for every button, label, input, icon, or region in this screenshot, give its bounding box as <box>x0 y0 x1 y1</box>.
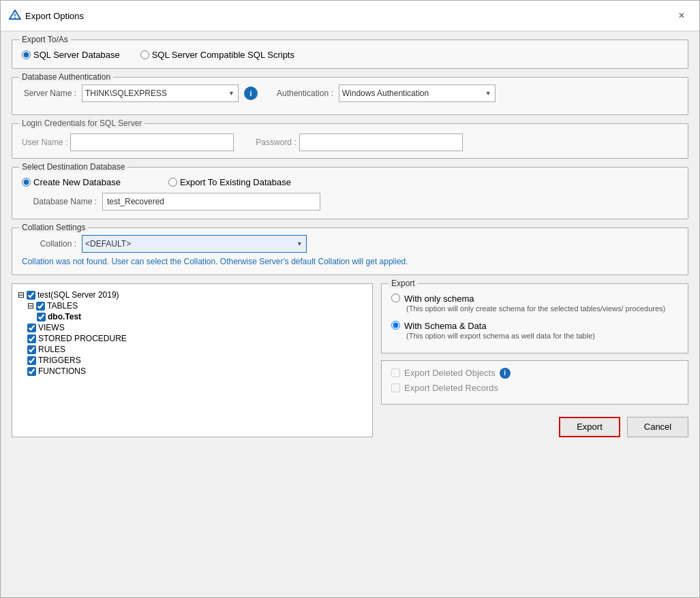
dialog-title: Export Options <box>25 11 84 21</box>
close-button[interactable]: × <box>672 6 691 25</box>
password-input[interactable] <box>299 133 463 151</box>
button-row: Export Cancel <box>381 411 688 437</box>
tree-item-views: VIEWS <box>27 322 367 333</box>
tree-views-group: VIEWS <box>27 322 367 333</box>
export-options-dialog: Export Options × Export To/As SQL Server… <box>0 0 700 598</box>
right-panel: Export With only schema (This option wil… <box>381 283 688 437</box>
tree-item-dbotest: dbo.Test <box>37 311 367 322</box>
tree-item-triggers: TRIGGERS <box>27 355 367 366</box>
export-schema-only-desc: (This option will only create schema for… <box>406 304 678 314</box>
deleted-objects-info-icon[interactable]: i <box>500 368 511 379</box>
tree-functions-checkbox[interactable] <box>27 367 36 376</box>
export-deleted-objects-checkbox[interactable] <box>391 368 400 377</box>
password-item: Password : <box>256 133 462 151</box>
export-schema-only-radio[interactable] <box>391 294 400 302</box>
collation-row: Collation : <DEFAULT> <box>22 235 678 253</box>
export-to-as-label: Export To/As <box>19 35 71 44</box>
export-schema-data-radio[interactable] <box>391 321 400 330</box>
database-auth-group: Database Authentication Server Name : TH… <box>12 77 688 115</box>
tree-root-checkbox[interactable] <box>27 291 35 300</box>
auth-label: Authentication : <box>277 89 333 98</box>
export-deleted-records-checkbox[interactable] <box>391 383 400 392</box>
tree-stored-proc-group: STORED PROCEDURE <box>27 333 367 344</box>
tree-panel: ⊟ test(SQL Server 2019) ⊟ TABLES dbo.Tes… <box>12 283 373 437</box>
title-bar: Export Options × <box>1 1 699 31</box>
db-name-label: Database Name : <box>22 197 97 206</box>
destination-db-group: Select Destination Database Create New D… <box>12 167 688 219</box>
tree-item-stored-proc: STORED PROCEDURE <box>27 333 367 344</box>
server-name-row: Server Name : THINK\SQLEXPRESS i Authent… <box>22 84 678 102</box>
collation-info: Collation was not found. User can select… <box>22 257 678 266</box>
tree-triggers-checkbox[interactable] <box>27 356 36 365</box>
username-item: User Name : <box>22 133 234 151</box>
export-deleted-objects-item: Export Deleted Objects i <box>391 368 678 379</box>
export-to-as-group: Export To/As SQL Server Database SQL Ser… <box>12 40 688 69</box>
tree-dbotest-checkbox[interactable] <box>37 313 46 321</box>
export-deleted-records-item: Export Deleted Records <box>391 383 678 393</box>
server-name-label: Server Name : <box>22 89 76 98</box>
export-option2: With Schema & Data (This option will exp… <box>391 318 678 341</box>
tree-rules-checkbox[interactable] <box>27 345 36 354</box>
radio-existing-db[interactable]: Export To Existing Database <box>168 177 291 187</box>
collation-field-label: Collation : <box>22 239 76 249</box>
auth-select[interactable]: Windows Authentication <box>339 84 496 102</box>
credentials-row: User Name : Password : <box>22 129 678 151</box>
username-input[interactable] <box>70 133 234 151</box>
tree-item-tables: ⊟ TABLES <box>27 300 367 311</box>
tree-root: ⊟ test(SQL Server 2019) <box>18 289 367 300</box>
cancel-button[interactable]: Cancel <box>627 417 688 437</box>
export-group: Export With only schema (This option wil… <box>381 283 688 353</box>
collation-label: Collation Settings <box>19 223 88 232</box>
tree-views-checkbox[interactable] <box>27 324 36 332</box>
tree-stored-proc-checkbox[interactable] <box>27 334 36 343</box>
password-label: Password : <box>256 138 296 147</box>
tree-tables-checkbox[interactable] <box>36 302 45 311</box>
destination-options: Create New Database Export To Existing D… <box>22 174 678 187</box>
title-bar-left: Export Options <box>9 10 84 22</box>
tree-item-rules: RULES <box>27 344 367 355</box>
export-schema-data-desc: (This option will export schema as well … <box>406 331 678 341</box>
username-label: User Name : <box>22 138 67 147</box>
tree-functions-group: FUNCTIONS <box>27 366 367 377</box>
svg-point-2 <box>14 17 16 18</box>
destination-db-label: Select Destination Database <box>19 162 127 172</box>
db-name-row: Database Name : <box>22 193 678 210</box>
database-auth-label: Database Authentication <box>19 72 113 82</box>
bottom-section: ⊟ test(SQL Server 2019) ⊟ TABLES dbo.Tes… <box>12 283 688 437</box>
collation-group: Collation Settings Collation : <DEFAULT>… <box>12 227 688 275</box>
tree-dbotest-group: dbo.Test <box>37 311 367 322</box>
tree-item-functions: FUNCTIONS <box>27 366 367 377</box>
login-credentials-label: Login Credentials for SQL Server <box>19 119 144 128</box>
export-to-as-options: SQL Server Database SQL Server Compatibl… <box>22 47 678 60</box>
db-name-input[interactable] <box>102 193 320 210</box>
server-name-select[interactable]: THINK\SQLEXPRESS <box>82 84 239 102</box>
collation-select[interactable]: <DEFAULT> <box>82 235 307 253</box>
radio-sql-scripts[interactable]: SQL Server Compatible SQL Scripts <box>140 50 294 60</box>
tree-rules-group: RULES <box>27 344 367 355</box>
auth-select-wrapper: Windows Authentication <box>339 84 496 102</box>
server-info-icon[interactable]: i <box>244 86 258 100</box>
export-group-label: Export <box>389 279 418 288</box>
server-name-select-wrapper: THINK\SQLEXPRESS <box>82 84 239 102</box>
dialog-content: Export To/As SQL Server Database SQL Ser… <box>1 31 699 597</box>
radio-sql-server-db[interactable]: SQL Server Database <box>22 50 120 60</box>
radio-create-new-db[interactable]: Create New Database <box>22 177 121 187</box>
export-option1: With only schema (This option will only … <box>391 291 678 314</box>
collation-select-wrapper: <DEFAULT> <box>82 235 307 253</box>
deleted-section: Export Deleted Objects i Export Deleted … <box>381 360 688 405</box>
tree-triggers-group: TRIGGERS <box>27 355 367 366</box>
tree-tables-group: ⊟ TABLES dbo.Test <box>27 300 367 322</box>
export-button[interactable]: Export <box>559 417 620 437</box>
login-credentials-group: Login Credentials for SQL Server User Na… <box>12 123 688 159</box>
app-icon <box>9 10 21 22</box>
